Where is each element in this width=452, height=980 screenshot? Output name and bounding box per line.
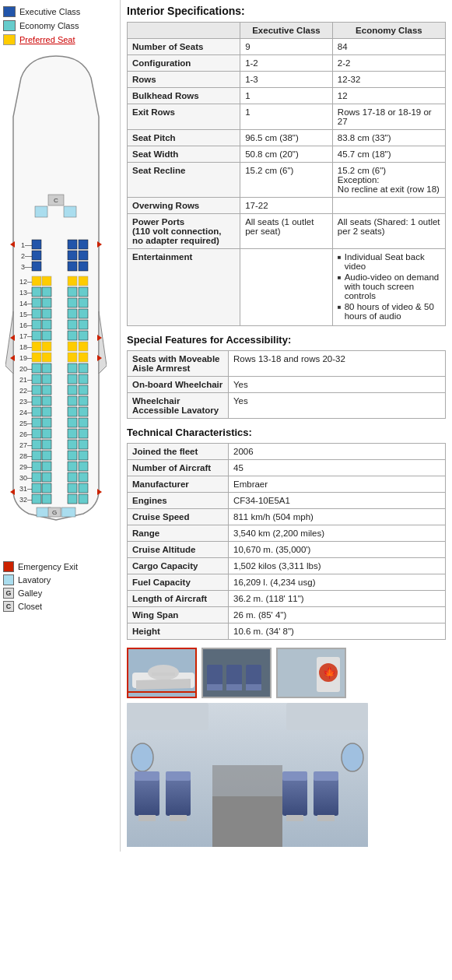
svg-rect-12	[246, 684, 261, 690]
technical-value-0: 2006	[229, 444, 446, 460]
closet-label: Closet	[18, 602, 42, 611]
accessibility-row-1: On-board WheelchairYes	[128, 377, 446, 393]
interior-cell-exec-6: 50.8 cm (20")	[240, 146, 333, 163]
svg-rect-30	[314, 771, 338, 781]
interior-cell-label-5: Seat Pitch	[128, 130, 240, 146]
seat-13D	[68, 287, 77, 297]
seat-14F	[79, 298, 88, 307]
interior-cell-label-10: Entertainment	[128, 249, 240, 326]
galley-label: Galley	[18, 588, 42, 598]
seat-26D	[68, 429, 77, 438]
technical-label-7: Cargo Capacity	[128, 558, 229, 574]
seat-25C	[42, 418, 51, 427]
seat-12F	[79, 276, 88, 286]
seat-1F	[79, 240, 88, 249]
seat-2F	[79, 251, 88, 260]
seat-29A	[32, 462, 41, 471]
svg-rect-32	[170, 815, 187, 821]
seat-22A	[32, 385, 41, 395]
technical-label-2: Manufacturer	[128, 476, 229, 493]
col-feature	[128, 23, 240, 39]
lavatory-legend-item: Lavatory	[3, 574, 78, 585]
thumb1-svg	[128, 649, 197, 698]
executive-label: Executive Class	[19, 7, 80, 16]
technical-label-1: Number of Aircraft	[128, 460, 229, 476]
photo-thumb-3[interactable]: 🍁	[276, 648, 346, 698]
seat-27C	[42, 440, 51, 449]
interior-cell-econ-4: Rows 17-18 or 18-19 or 27	[332, 104, 445, 130]
seat-18D	[68, 342, 77, 351]
interior-row-7: Seat Recline15.2 cm (6")15.2 cm (6") Exc…	[128, 163, 446, 198]
seat-23D	[68, 396, 77, 406]
lav-front	[35, 206, 47, 217]
photo-thumb-1[interactable]	[127, 648, 197, 698]
seat-26A	[32, 429, 41, 438]
seat-14D	[68, 298, 77, 307]
interior-row-8: Overwing Rows17-22	[128, 198, 446, 214]
interior-cell-econ-6: 45.7 cm (18")	[332, 146, 445, 163]
seat-21F	[79, 374, 88, 384]
interior-cell-exec-10	[240, 249, 333, 326]
technical-value-8: 16,209 l. (4,234 usg)	[229, 574, 446, 591]
seat-18A	[32, 342, 41, 351]
technical-value-5: 3,540 km (2,200 miles)	[229, 525, 446, 542]
exit-arrow-left-rear	[10, 489, 15, 495]
interior-cell-exec-1: 1-2	[240, 55, 333, 72]
seat-27F	[79, 440, 88, 449]
seat-16C	[42, 320, 51, 329]
exit-arrow-right-1	[97, 241, 102, 248]
svg-rect-35	[212, 765, 282, 847]
lav-front2	[64, 206, 76, 217]
seat-25F	[79, 418, 88, 427]
preferred-label[interactable]: Preferred Seat	[19, 35, 75, 44]
photo-thumb-2[interactable]	[201, 648, 272, 698]
interior-cell-exec-3: 1	[240, 88, 333, 104]
exit-arrow-left-1	[10, 241, 15, 248]
photo-thumbs: 🍁	[127, 648, 446, 698]
seat-29F	[79, 462, 88, 471]
interior-cell-exec-8: 17-22	[240, 198, 333, 214]
seat-14A	[32, 298, 41, 307]
col-economy: Economy Class	[332, 23, 445, 39]
seat-32C	[42, 494, 51, 504]
accessibility-table: Seats with Moveable Aisle ArmrestRows 13…	[127, 350, 446, 419]
interior-cell-label-8: Overwing Rows	[128, 198, 240, 214]
technical-row-10: Wing Span26 m. (85' 4")	[128, 607, 446, 623]
svg-rect-10	[207, 684, 222, 690]
seat-17C	[42, 331, 51, 340]
svg-marker-4	[136, 679, 191, 690]
interior-row-10: EntertainmentIndividual Seat back videoA…	[128, 249, 446, 326]
svg-rect-19	[127, 703, 208, 730]
seat-3D	[68, 262, 77, 271]
seat-30A	[32, 472, 41, 482]
seat-21D	[68, 374, 77, 384]
seat-29D	[68, 462, 77, 471]
svg-rect-27	[135, 771, 159, 781]
lavatory-label: Lavatory	[18, 575, 51, 585]
accessibility-label-0: Seats with Moveable Aisle Armrest	[128, 351, 229, 377]
legend: Executive Class Economy Class Preferred …	[3, 6, 80, 48]
row-label-1: 1—	[21, 241, 32, 249]
seat-30C	[42, 472, 51, 482]
seat-24A	[32, 407, 41, 416]
col-executive: Executive Class	[240, 23, 333, 39]
interior-cell-exec-2: 1-3	[240, 72, 333, 88]
accessibility-value-2: Yes	[229, 393, 446, 419]
interior-cell-label-3: Bulkhead Rows	[128, 88, 240, 104]
seat-21C	[42, 374, 51, 384]
seat-25A	[32, 418, 41, 427]
technical-row-5: Range3,540 km (2,200 miles)	[128, 525, 446, 542]
seat-1A	[32, 240, 41, 249]
seat-28C	[42, 451, 51, 460]
seat-16D	[68, 320, 77, 329]
seat-24F	[79, 407, 88, 416]
accessibility-title: Special Features for Accessibility:	[127, 334, 446, 346]
seat-26F	[79, 429, 88, 438]
interior-cell-exec-0: 9	[240, 39, 333, 55]
economy-color-box	[3, 20, 16, 31]
technical-value-2: Embraer	[229, 476, 446, 493]
interior-title: Interior Specifications:	[127, 5, 446, 17]
closet-legend-item: C Closet	[3, 601, 78, 612]
svg-rect-28	[166, 771, 191, 781]
technical-value-7: 1,502 kilos (3,311 lbs)	[229, 558, 446, 574]
